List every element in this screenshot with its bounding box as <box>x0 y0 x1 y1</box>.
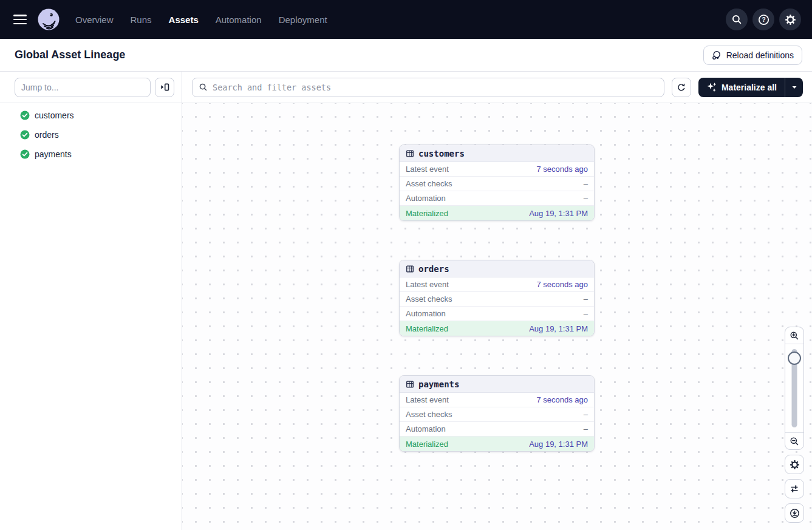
materialized-check-icon <box>20 130 30 140</box>
asset-search-input[interactable] <box>213 83 658 92</box>
zoom-in-button[interactable] <box>785 327 803 344</box>
materialized-label: Materialized <box>406 440 448 449</box>
node-row-materialized: Materialized Aug 19, 1:31 PM <box>400 206 594 220</box>
node-row-asset-checks: Asset checks – <box>400 407 594 422</box>
svg-text:?: ? <box>762 16 765 23</box>
recenter-view-button[interactable] <box>785 503 804 523</box>
primary-nav: Overview Runs Assets Automation Deployme… <box>75 15 327 25</box>
sparkle-icon <box>706 82 717 92</box>
row-label: Asset checks <box>406 179 452 188</box>
help-button[interactable]: ? <box>752 8 774 30</box>
zoom-slider[interactable] <box>785 344 803 432</box>
materialized-check-icon <box>20 110 30 120</box>
automation-value: – <box>584 309 588 318</box>
sidebar-item-customers[interactable]: customers <box>0 106 182 125</box>
menu-icon[interactable] <box>13 15 27 24</box>
page-header: Global Asset Lineage Reload definitions <box>0 39 812 72</box>
node-row-asset-checks: Asset checks – <box>400 177 594 191</box>
gear-icon <box>785 14 796 25</box>
refresh-icon <box>677 83 686 92</box>
jump-to-input[interactable] <box>15 78 151 97</box>
help-icon: ? <box>758 14 769 25</box>
row-label: Automation <box>406 194 446 203</box>
search-icon <box>199 83 208 92</box>
zoom-out-icon <box>790 437 799 446</box>
row-label: Asset checks <box>406 294 452 304</box>
node-row-latest-event: Latest event 7 seconds ago <box>400 277 594 292</box>
arrow-down-circle-icon <box>790 508 800 518</box>
materialized-timestamp-link[interactable]: Aug 19, 1:31 PM <box>529 209 588 218</box>
asset-name: customers <box>35 110 74 120</box>
asset-checks-value: – <box>584 410 588 419</box>
zoom-controls <box>785 327 804 450</box>
asset-name: orders <box>35 130 59 140</box>
nav-item-overview[interactable]: Overview <box>75 15 114 25</box>
materialize-all-label: Materialize all <box>722 83 777 92</box>
asset-checks-value: – <box>584 179 588 188</box>
node-row-latest-event: Latest event 7 seconds ago <box>400 162 594 177</box>
search-button[interactable] <box>726 8 748 30</box>
zoom-in-icon <box>790 331 799 341</box>
node-header: customers <box>400 145 594 162</box>
table-icon <box>406 265 414 273</box>
top-nav-bar: Overview Runs Assets Automation Deployme… <box>0 0 812 39</box>
nav-item-automation[interactable]: Automation <box>216 15 262 25</box>
materialize-all-split-button: Materialize all <box>698 78 803 97</box>
materialized-label: Materialized <box>406 209 448 218</box>
zoom-slider-handle[interactable] <box>788 352 801 365</box>
reload-definitions-button[interactable]: Reload definitions <box>703 46 802 65</box>
materialize-all-button[interactable]: Materialize all <box>698 78 785 97</box>
chevron-down-icon <box>791 84 797 90</box>
asset-list: customers orders payments <box>0 103 182 164</box>
tune-sliders-icon <box>790 484 799 494</box>
lineage-canvas[interactable]: customers Latest event 7 seconds ago Ass… <box>182 103 812 530</box>
row-label: Latest event <box>406 395 449 404</box>
row-label: Automation <box>406 424 446 433</box>
lineage-toolbar: Materialize all <box>182 72 812 103</box>
latest-event-link[interactable]: 7 seconds ago <box>536 395 588 404</box>
materialized-label: Materialized <box>406 324 448 333</box>
asset-node-customers[interactable]: customers Latest event 7 seconds ago Ass… <box>399 144 595 221</box>
graph-settings-button[interactable] <box>785 455 804 474</box>
reload-definitions-label: Reload definitions <box>726 50 794 60</box>
materialized-timestamp-link[interactable]: Aug 19, 1:31 PM <box>529 440 588 449</box>
table-icon <box>406 380 414 389</box>
refresh-graph-button[interactable] <box>672 78 691 97</box>
automation-value: – <box>584 194 588 203</box>
node-row-automation: Automation – <box>400 191 594 206</box>
node-row-asset-checks: Asset checks – <box>400 292 594 307</box>
node-row-latest-event: Latest event 7 seconds ago <box>400 393 594 407</box>
zoom-out-button[interactable] <box>785 432 803 449</box>
collapse-panel-button[interactable] <box>155 78 174 97</box>
materialized-timestamp-link[interactable]: Aug 19, 1:31 PM <box>529 324 588 333</box>
asset-search-box[interactable] <box>192 78 664 97</box>
gear-icon <box>790 460 800 470</box>
node-row-materialized: Materialized Aug 19, 1:31 PM <box>400 437 594 451</box>
nav-item-runs[interactable]: Runs <box>131 15 152 25</box>
asset-node-orders[interactable]: orders Latest event 7 seconds ago Asset … <box>399 260 595 336</box>
page-title: Global Asset Lineage <box>15 49 125 61</box>
code-location-reload-icon <box>712 50 722 60</box>
nav-item-deployment[interactable]: Deployment <box>279 15 327 25</box>
asset-name: payments <box>35 149 72 159</box>
dagster-logo-icon[interactable] <box>38 8 60 30</box>
topnav-actions: ? <box>726 8 801 30</box>
node-title: payments <box>418 379 459 389</box>
graph-filters-button[interactable] <box>785 479 804 498</box>
materialize-all-dropdown[interactable] <box>785 78 803 97</box>
asset-node-payments[interactable]: payments Latest event 7 seconds ago Asse… <box>399 375 595 452</box>
lineage-main: Materialize all <box>182 72 812 530</box>
sidebar-item-payments[interactable]: payments <box>0 144 182 164</box>
latest-event-link[interactable]: 7 seconds ago <box>536 165 588 174</box>
latest-event-link[interactable]: 7 seconds ago <box>536 280 588 289</box>
settings-button[interactable] <box>779 8 801 30</box>
sidebar-item-orders[interactable]: orders <box>0 125 182 144</box>
row-label: Latest event <box>406 165 449 174</box>
table-icon <box>406 149 414 158</box>
materialized-check-icon <box>20 149 30 159</box>
nav-item-assets[interactable]: Assets <box>169 15 199 25</box>
collapse-panel-icon <box>160 82 170 92</box>
sidebar-toolbar <box>0 72 182 103</box>
row-label: Asset checks <box>406 410 452 419</box>
row-label: Latest event <box>406 280 449 289</box>
